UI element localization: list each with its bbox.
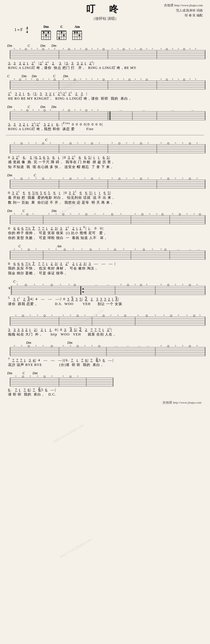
svg-text:×: × bbox=[49, 142, 51, 144]
svg-text:×: × bbox=[134, 48, 136, 50]
svg-point-237 bbox=[26, 213, 28, 215]
svg-point-184 bbox=[167, 142, 169, 144]
svg-point-391 bbox=[167, 345, 169, 347]
svg-point-59 bbox=[68, 48, 70, 50]
svg-text:×: × bbox=[14, 213, 15, 215]
svg-point-38 bbox=[79, 34, 80, 36]
svg-text:×: × bbox=[182, 345, 184, 347]
svg-text:×: × bbox=[160, 248, 162, 251]
svg-text:×: × bbox=[77, 178, 79, 180]
chord-row-5: Dm C bbox=[6, 173, 204, 178]
svg-text:×: × bbox=[137, 315, 139, 317]
notation-6: 0 6 6 6 7|i 7̇ 7 7 i 2 3| 3 2i 2 i 1 6| … bbox=[6, 225, 204, 231]
chord-row-11: Dm C Dm bbox=[6, 371, 204, 375]
svg-text:×: × bbox=[196, 142, 198, 144]
svg-text:×: × bbox=[147, 178, 149, 180]
svg-text:×: × bbox=[97, 109, 99, 111]
svg-text:×: × bbox=[182, 142, 184, 144]
svg-point-303 bbox=[83, 288, 84, 290]
svg-point-204 bbox=[42, 178, 44, 180]
svg-text:×: × bbox=[35, 142, 37, 144]
svg-text:×: × bbox=[38, 109, 40, 111]
svg-text:×: × bbox=[98, 142, 100, 144]
svg-text:×: × bbox=[14, 142, 15, 144]
svg-point-213 bbox=[119, 178, 120, 180]
svg-text:×: × bbox=[51, 315, 53, 317]
svg-point-175 bbox=[91, 142, 93, 144]
score-section-4: C × × × × × × × × × bbox=[6, 138, 204, 169]
chord-dm-grid bbox=[41, 30, 51, 41]
svg-text:×: × bbox=[196, 345, 198, 347]
svg-point-361 bbox=[193, 315, 195, 317]
svg-point-258 bbox=[199, 213, 201, 215]
svg-text:—: — bbox=[95, 284, 98, 286]
page: 吉他谱 http://www.jitapu.com 范人成 陈来铃 词曲 邬 春… bbox=[0, 0, 210, 408]
notation-1: 3. 3 3 2 i 2i |2i 2i 2 3 |3. 3 3 2 i 2i| bbox=[6, 60, 204, 65]
svg-text:×: × bbox=[120, 213, 122, 215]
svg-text:×: × bbox=[149, 213, 150, 215]
svg-text:×: × bbox=[70, 213, 71, 215]
svg-text:×: × bbox=[42, 345, 44, 347]
svg-text:×: × bbox=[35, 345, 37, 347]
svg-text:×: × bbox=[80, 109, 81, 111]
svg-text:×: × bbox=[70, 345, 71, 347]
svg-text:×: × bbox=[62, 48, 64, 50]
svg-text:×: × bbox=[21, 345, 22, 347]
svg-text:×: × bbox=[62, 178, 64, 180]
score-section-7: C Am × × × × × × bbox=[6, 244, 204, 276]
svg-point-216 bbox=[140, 178, 142, 180]
svg-text:×: × bbox=[62, 78, 64, 81]
svg-text:×: × bbox=[21, 213, 22, 215]
score-section-2: C Dm Dm C Dm × × × × × bbox=[6, 74, 204, 101]
svg-point-410 bbox=[44, 376, 45, 377]
svg-text:×: × bbox=[68, 78, 70, 81]
svg-point-71 bbox=[140, 48, 142, 50]
svg-text:×: × bbox=[94, 213, 96, 215]
svg-text:×: × bbox=[54, 48, 56, 50]
svg-text:×: × bbox=[152, 248, 153, 251]
notation-7: 0 6 6 6 7|i 7̇ 7 7 i 2 3| 3 2i 2 i 2 3| … bbox=[6, 261, 204, 266]
score-section-9: × × × × × × × × × × × × × × × × 3 3 3 bbox=[6, 310, 204, 337]
svg-text:×: × bbox=[189, 78, 191, 81]
svg-point-376 bbox=[28, 345, 30, 347]
svg-text:×: × bbox=[72, 248, 74, 251]
svg-text:×: × bbox=[103, 213, 104, 215]
svg-point-178 bbox=[119, 142, 120, 144]
svg-text:—: — bbox=[191, 109, 194, 111]
svg-text:×: × bbox=[175, 284, 176, 286]
svg-text:×: × bbox=[134, 213, 136, 215]
credits2-label: 邬 春 良 编配 bbox=[164, 13, 203, 18]
svg-text:—: — bbox=[142, 109, 146, 111]
tab-staff-6: × × × × × × × × × × × × × × × × bbox=[6, 213, 207, 225]
svg-text:×: × bbox=[29, 375, 31, 378]
svg-text:×: × bbox=[55, 248, 57, 251]
svg-text:×: × bbox=[156, 213, 158, 215]
svg-text:×: × bbox=[55, 213, 57, 215]
notation-10: 7̇ 7 7 7 i 3 4| 4 — — —|(6. 7 i 7 6| 7 6… bbox=[6, 357, 204, 363]
tab-staff-3: × × × × × × × × × × — — — — bbox=[6, 109, 207, 121]
svg-point-142 bbox=[68, 109, 70, 111]
chord-dm: Dm bbox=[41, 25, 51, 41]
svg-text:×: × bbox=[195, 78, 196, 81]
svg-text:×: × bbox=[126, 178, 127, 180]
svg-text:×: × bbox=[80, 78, 81, 81]
svg-point-222 bbox=[189, 178, 191, 180]
website-label: 吉他谱 http://www.jitapu.com bbox=[164, 3, 203, 8]
svg-text:×: × bbox=[14, 109, 15, 111]
svg-point-93 bbox=[19, 79, 21, 80]
svg-text:×: × bbox=[177, 315, 179, 317]
svg-text:×: × bbox=[107, 248, 109, 251]
svg-point-358 bbox=[170, 315, 172, 317]
svg-text:×: × bbox=[117, 78, 119, 81]
notation-5: 0 3 2i 6 6 5|6 5 6 5 6 i |0 3 2i 6 6 5| … bbox=[6, 190, 204, 195]
svg-point-210 bbox=[91, 178, 93, 180]
svg-text:×: × bbox=[160, 284, 162, 286]
tab-staff-1: × × × × × × × × × × × × × × × × × × bbox=[6, 48, 207, 60]
svg-point-201 bbox=[21, 178, 22, 180]
lyrics-5b: 数 到一 百如 果 你们还 不 开， 我想你 还 是等 明 天 再 来， bbox=[6, 200, 204, 205]
svg-text:×: × bbox=[126, 142, 127, 144]
svg-text:×: × bbox=[60, 284, 61, 286]
svg-point-99 bbox=[54, 79, 56, 80]
svg-text:×: × bbox=[14, 78, 15, 81]
svg-point-394 bbox=[189, 345, 191, 347]
